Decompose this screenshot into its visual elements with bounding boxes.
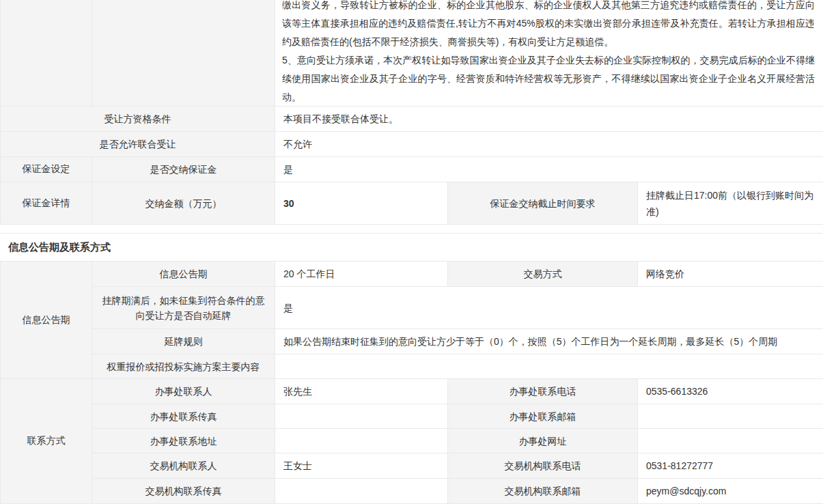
deposit-amount-value: 30 — [275, 182, 448, 225]
office-website-value — [638, 429, 823, 453]
notice-period-label: 信息公告期 — [92, 262, 275, 287]
deposit-detail-category: 保证金详情 — [1, 182, 92, 225]
org-fax-value — [275, 479, 448, 504]
org-contact-value: 王女士 — [275, 453, 448, 479]
qualification-label: 受让方资格条件 — [1, 107, 275, 132]
deposit-deadline-value: 挂牌截止日17:00前（以银行到账时间为准) — [638, 182, 823, 225]
contact-category: 联系方式 — [1, 379, 92, 504]
org-phone-value: 0531-81272777 — [638, 453, 823, 479]
extend-rule-value: 如果公告期结束时征集到的意向受让方少于等于（0）个，按照（5）个工作日为一个延长… — [275, 329, 823, 354]
deposit-setting-category: 保证金设定 — [1, 157, 92, 182]
office-fax-label: 办事处联系传真 — [92, 404, 275, 429]
table-row: 联系方式 办事处联系人 张先生 办事处联系电话 0535-6613326 — [1, 379, 823, 404]
office-fax-value — [275, 404, 448, 429]
notice-period-category: 信息公告期 — [1, 262, 92, 379]
weight-plan-label: 权重报价或招投标实施方案主要内容 — [92, 354, 275, 379]
weight-plan-value — [275, 354, 823, 379]
deposit-amount-label: 交纳金额（万元） — [92, 182, 275, 225]
org-email-label: 交易机构联系邮箱 — [448, 479, 638, 504]
deposit-deadline-label: 保证金交纳截止时间要求 — [448, 182, 638, 225]
joint-transfer-value: 不允许 — [275, 132, 823, 157]
auto-extend-label: 挂牌期满后，如未征集到符合条件的意向受让方是否自动延牌 — [92, 287, 275, 329]
deposit-required-value: 是 — [275, 157, 823, 182]
extend-rule-label: 延牌规则 — [92, 329, 275, 354]
org-contact-label: 交易机构联系人 — [92, 453, 275, 479]
section-title-notice-contact: 信息公告期及联系方式 — [0, 233, 823, 262]
org-email-value: peym@sdcqjy.com — [638, 479, 823, 504]
label-cell-empty — [92, 0, 275, 107]
conditions-paragraph-2: 5、意向受让方须承诺，本次产权转让如导致国家出资企业及其子企业失去标的企业实际控… — [275, 51, 823, 106]
trade-method-value: 网络竞价 — [638, 262, 823, 287]
office-website-label: 办事处网址 — [448, 429, 638, 453]
org-fax-label: 交易机构联系传真 — [92, 479, 275, 504]
table-row: 是否允许联合受让 不允许 — [1, 132, 823, 157]
table-row: 缴出资义务，导致转让方被标的企业、标的企业其他股东、标的企业债权人及其他第三方追… — [1, 0, 823, 107]
table-row: 交易机构联系传真 交易机构联系邮箱 peym@sdcqjy.com — [1, 479, 823, 504]
table-row: 权重报价或招投标实施方案主要内容 — [1, 354, 823, 379]
table-row: 交易机构联系人 王女士 交易机构联系电话 0531-81272777 — [1, 453, 823, 479]
trade-method-label: 交易方式 — [448, 262, 638, 287]
table-row: 挂牌期满后，如未征集到符合条件的意向受让方是否自动延牌 是 — [1, 287, 823, 329]
deposit-required-label: 是否交纳保证金 — [92, 157, 275, 182]
office-email-value — [638, 404, 823, 429]
office-phone-label: 办事处联系电话 — [448, 379, 638, 404]
office-email-label: 办事处联系邮箱 — [448, 404, 638, 429]
office-contact-label: 办事处联系人 — [92, 379, 275, 404]
notice-period-value: 20 个工作日 — [275, 262, 448, 287]
table-row: 办事处联系传真 办事处联系邮箱 — [1, 404, 823, 429]
table-row: 办事处联系地址 办事处网址 — [1, 429, 823, 453]
auto-extend-value: 是 — [275, 287, 823, 329]
table-row: 信息公告期 信息公告期 20 个工作日 交易方式 网络竞价 — [1, 262, 823, 287]
transfer-conditions-table: 缴出资义务，导致转让方被标的企业、标的企业其他股东、标的企业债权人及其他第三方追… — [0, 0, 823, 225]
table-row: 延牌规则 如果公告期结束时征集到的意向受让方少于等于（0）个，按照（5）个工作日… — [1, 329, 823, 354]
conditions-paragraph-1: 缴出资义务，导致转让方被标的企业、标的企业其他股东、标的企业债权人及其他第三方追… — [275, 0, 823, 51]
notice-contact-table: 信息公告期 信息公告期 20 个工作日 交易方式 网络竞价 挂牌期满后，如未征集… — [0, 262, 823, 504]
conditions-paragraph-cell: 缴出资义务，导致转让方被标的企业、标的企业其他股东、标的企业债权人及其他第三方追… — [275, 0, 823, 107]
office-contact-value: 张先生 — [275, 379, 448, 404]
office-address-label: 办事处联系地址 — [92, 429, 275, 453]
org-phone-label: 交易机构联系电话 — [448, 453, 638, 479]
qualification-value: 本项目不接受联合体受让。 — [275, 107, 823, 132]
category-cell-empty — [1, 0, 92, 107]
joint-transfer-label: 是否允许联合受让 — [1, 132, 275, 157]
table-row: 受让方资格条件 本项目不接受联合体受让。 — [1, 107, 823, 132]
table-row: 保证金设定 是否交纳保证金 是 — [1, 157, 823, 182]
table-row: 保证金详情 交纳金额（万元） 30 保证金交纳截止时间要求 挂牌截止日17:00… — [1, 182, 823, 225]
office-phone-value: 0535-6613326 — [638, 379, 823, 404]
office-address-value — [275, 429, 448, 453]
